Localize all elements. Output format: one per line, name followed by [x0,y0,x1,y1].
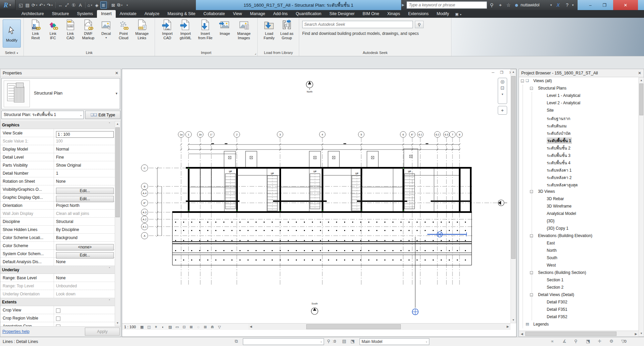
keyword-search-input[interactable] [407,1,487,9]
qat-section-button[interactable]: ◈ [94,1,100,9]
sheet-button[interactable]: ◫ [146,324,152,330]
temporary-view-properties-button[interactable]: ⋒ [209,324,215,330]
tab-systems[interactable]: Systems [73,10,97,18]
load-as-group-button[interactable]: Load asGroup [280,19,293,40]
rendering-button[interactable]: ▨ [167,324,173,330]
value-combo[interactable]: 1 : 100 [56,131,114,138]
tab-annotate[interactable]: Annotate [116,10,141,18]
tree-item-3d-rebar[interactable]: 3D Rebar [519,195,638,203]
shadows-button[interactable]: ◐ [160,324,166,330]
qat-aligned-dimension-button[interactable]: ↔ [57,1,64,9]
tab-analyze[interactable]: Analyze [141,10,163,18]
help-icon[interactable]: ? [564,0,571,10]
collapse-icon[interactable]: ˆ [109,122,110,126]
visual-style-button[interactable]: ▦ [139,324,145,330]
tree-item-structural-plans[interactable]: –Structural Plans [519,85,638,92]
qat-open-button[interactable]: ◱ [17,1,24,9]
worksharing-display-button[interactable]: ⊞ [202,324,208,330]
scroll-left-icon[interactable]: ◀ [519,331,525,337]
pin-icon[interactable]: ⚲ [574,339,578,344]
scroll-right-icon[interactable]: ▶ [505,324,511,330]
view-cube-compass-icon[interactable]: ⌖ [498,106,507,115]
collapse-icon[interactable]: ˆ [109,267,110,271]
tree-item-views-all[interactable]: –❏Views (all) [519,77,638,85]
pin-icon[interactable]: ⚲ [327,339,330,344]
qat-save-button[interactable]: ▤ [24,1,31,9]
project-browser-vertical-scrollbar[interactable]: ▲ ▼ [639,77,644,337]
ribbon-display-toggle[interactable]: ▣ ▼ [455,12,462,18]
dropdown-icon[interactable]: ▼ [51,4,53,6]
collapse-icon[interactable]: ˆ [109,299,110,303]
editable-only-icon[interactable]: ▤ [342,339,346,344]
collapse-expander-icon[interactable]: – [530,190,533,193]
tree-item-1[interactable]: ระดับหลังคา 1 [519,166,638,173]
structural-plan-drawing[interactable]: 1a11b1"234566"6.16.26.378CBA.4A"A.3A.2A.… [122,69,511,323]
close-button[interactable]: ✕ [613,0,638,10]
tree-item-sections-building-section[interactable]: –Sections (Building Section) [519,269,638,277]
scroll-down-icon[interactable]: ▼ [115,321,120,326]
dropdown-icon[interactable]: ▼ [43,4,46,6]
insert-from-file-button[interactable]: Insertfrom File [198,19,213,40]
section-header-extents[interactable]: Extentsˆ [0,298,115,306]
tree-item-west[interactable]: West [519,262,638,269]
tree-item-legends[interactable]: ▤Legends [519,321,638,328]
import-gbxml-button[interactable]: ImportgbXML [180,19,192,40]
tab-xinaps[interactable]: Xinaps [383,10,404,18]
tree-item-level-1-analytical[interactable]: Level 1 - Analytical [519,92,638,100]
collapse-expander-icon[interactable]: – [530,234,533,237]
tree-item-site[interactable]: Site [519,107,638,114]
tree-item-analytical-model[interactable]: Analytical Model [519,210,638,218]
tab-bim-one[interactable]: BIM One [359,10,383,18]
autodesk-seek-search-input[interactable] [302,21,413,28]
background-process-icon[interactable]: ⚙ [609,339,613,344]
tab-massing-site[interactable]: Massing & Site [163,10,199,18]
qat-thin-lines-button[interactable]: ≣ [100,1,107,9]
scroll-left-icon[interactable]: ◀ [248,324,254,330]
view-scale-button[interactable]: 1 : 100 [124,325,136,329]
section-header-graphics[interactable]: Graphicsˆ [0,121,115,129]
tab-site-designer[interactable]: Site Designer [325,10,359,18]
manage-links-button[interactable]: ManageLinks [135,19,149,40]
minimize-button[interactable]: – [584,0,597,10]
qat-sync-with-central-button[interactable]: ⟳▼ [31,1,39,9]
tree-item-detail-f351[interactable]: Detail F351 [519,306,638,313]
tree-item-[interactable]: ระดับถังบำบัด [519,129,638,136]
worksets-icon[interactable]: ⧉ [235,339,238,344]
crop-region-visible-checkbox[interactable] [56,316,60,321]
dialog-launcher-icon[interactable]: ⌟ [255,51,256,55]
qat-measure-button[interactable]: ⤢ [64,1,70,9]
tab-insert[interactable]: Insert [97,10,115,18]
communication-center-icon[interactable]: ⌖ [497,0,504,10]
tab-modify[interactable]: Modify [433,10,453,18]
tree-item-3d-wireframe[interactable]: 3D Wireframe [519,203,638,210]
dropdown-icon[interactable]: ▼ [121,4,123,6]
load-family-button[interactable]: LoadFamily [263,19,275,40]
collapse-expander-icon[interactable]: – [530,293,533,296]
crop-view-checkbox[interactable] [56,308,60,313]
dropdown-icon[interactable]: ▼ [90,4,93,6]
tree-item-2[interactable]: ระดับหลังคา 2 [519,173,638,181]
steering-wheel-icon[interactable]: ◎ [500,79,504,84]
tree-item-east[interactable]: East [519,240,638,247]
tree-item-3d-copy-1[interactable]: {3D} Copy 1 [519,225,638,232]
dropdown-icon[interactable]: ▼ [36,4,38,6]
tree-item-level-2-analytical[interactable]: Level 2 - Analytical [519,100,638,107]
link-ifc-button[interactable]: LinkIFC [47,19,59,40]
drawing-area[interactable]: 1a11b1"234566"6.16.26.378CBA.4A"A.3A.2A.… [122,69,517,337]
link-cad-button[interactable]: CADLinkCAD [65,19,76,40]
project-browser-close-icon[interactable]: ✕ [638,71,641,75]
seek-search-button[interactable]: ⚲ [415,21,424,28]
tree-item-section-1[interactable]: Section 1 [519,277,638,284]
scroll-right-icon[interactable]: ▶ [633,331,639,337]
tree-item-[interactable]: ระดับฐานราก [519,114,638,122]
tree-item-north[interactable]: North [519,247,638,254]
tab-architecture[interactable]: Architecture [17,10,48,18]
title-expand-icon[interactable]: ▶ [402,3,405,7]
tab-collaborate[interactable]: Collaborate [200,10,229,18]
qat-undo-button[interactable]: ↶▼ [39,1,46,9]
editable-only-icon[interactable]: ∝ [551,339,554,344]
qat-tag-by-category-button[interactable]: ① [70,1,77,9]
decal-button[interactable]: Decal▼ [100,19,112,40]
search-binoculars-icon[interactable]: ⚲ [488,0,495,10]
tab-extensions[interactable]: Extensions [404,10,433,18]
